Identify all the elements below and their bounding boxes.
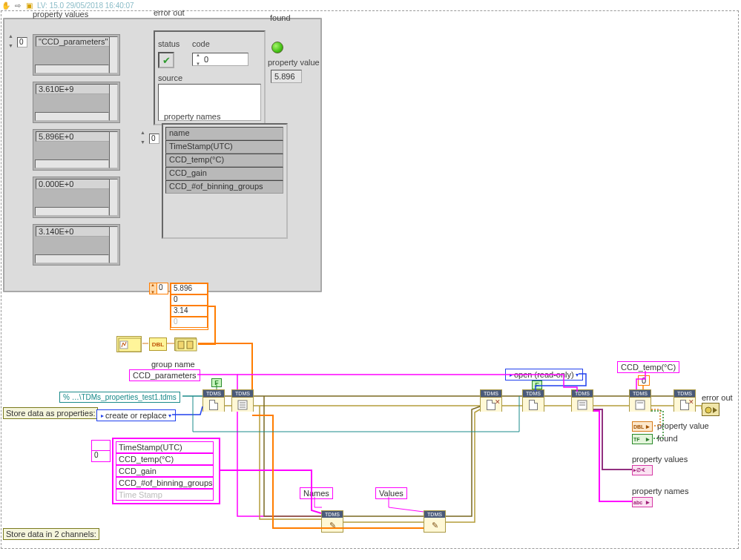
svg-rect-12 (636, 401, 645, 409)
property-values-index[interactable]: 0 (8, 34, 29, 49)
tdms-write-values-node[interactable]: TDMS✎ (424, 510, 446, 533)
list-item: CCD_#of_binning_groups (165, 180, 283, 194)
lv-version-timestamp: LV: 15.0 29/05/2018 16:40:07 (37, 1, 134, 10)
run-arrow-icon[interactable]: ⇨ (13, 1, 22, 10)
property-values-index-value[interactable]: 0 (17, 37, 27, 47)
property-names-array[interactable]: name TimeStamp(UTC) CCD_temp(°C) CCD_gai… (162, 123, 288, 239)
numeric-array-index[interactable]: 0 (149, 283, 168, 294)
list-item: CCD_temp(°C) (116, 453, 214, 465)
spinner-icon[interactable] (8, 34, 16, 47)
file-path-const[interactable]: % …\TDMs_properties_test1.tdms (59, 392, 180, 403)
status-label: status (158, 39, 180, 48)
tdms-set-properties-node[interactable]: TDMS (231, 389, 254, 412)
svg-point-14 (705, 407, 711, 413)
group-name-label: group name (151, 360, 195, 369)
found-led (271, 42, 283, 53)
error-code-indicator: 0 (192, 53, 248, 66)
array-cell: 3.140E+0 (33, 224, 120, 266)
property-names-label: property names (164, 112, 220, 121)
property-value-label: property value (268, 58, 320, 67)
string-array-const[interactable]: TimeStamp(UTC) CCD_temp(°C) CCD_gain CCD… (112, 438, 220, 504)
highlight-exec-icon[interactable]: ▣ (24, 1, 34, 10)
error-out-cluster: status ✔ code 0 source (154, 30, 266, 125)
list-item: CCD_gain (116, 465, 214, 477)
array-cell: 5.896E+0 (33, 129, 120, 171)
found-term-label: found (657, 434, 678, 443)
list-item: CCD_temp(°C) (165, 154, 283, 167)
code-label: code (192, 39, 210, 48)
tdms-write-names-node[interactable]: TDMS✎ (321, 510, 343, 533)
property-names-terminal[interactable]: abc▸ (632, 497, 653, 507)
property-value-indicator: 5.896 (271, 70, 302, 83)
property-names-index[interactable]: 0 (140, 131, 161, 145)
tdms-open-ro-node[interactable]: TDMS (522, 389, 544, 412)
store-in-2-channels-label: Store data in 2 channels: (3, 528, 99, 540)
property-value-term-label: property value (657, 421, 709, 430)
error-out-label: error out (154, 8, 185, 17)
array-empty-cell: 0 (171, 317, 208, 328)
list-item: CCD_#of_binning_groups (116, 477, 214, 489)
status-indicator: ✔ (158, 52, 174, 68)
list-item: TimeStamp(UTC) (116, 441, 214, 453)
property-values-terminal[interactable]: ▸∅∢ (632, 465, 653, 475)
numeric-array-const[interactable]: 5.896 0 3.14 0 (170, 283, 208, 330)
group-name-const[interactable]: CCD_parameters (129, 369, 200, 381)
error-out-term-label: error out (702, 393, 733, 402)
svg-rect-4 (187, 341, 193, 349)
svg-rect-3 (178, 341, 184, 349)
error-out-terminal[interactable] (702, 403, 719, 416)
tdms-get-properties-node[interactable]: TDMS (571, 389, 593, 412)
tdms-close-2-node[interactable]: TDMS✕ (674, 389, 696, 412)
boolean-false-const[interactable]: F (532, 381, 542, 389)
pencil-icon: ✎ (432, 521, 438, 530)
operation-ring-open-readonly[interactable]: ▸open (read-only)▾ (505, 369, 583, 381)
toolbar: ✋ ⇨ ▣ LV: 15.0 29/05/2018 16:40:07 (0, 0, 134, 10)
source-label: source (158, 73, 182, 82)
ccd-temp-const[interactable]: CCD_temp(°C) (617, 361, 679, 373)
found-terminal[interactable]: TF▸ (632, 434, 653, 444)
list-item: CCD_gain (165, 167, 283, 180)
property-names-index-value[interactable]: 0 (149, 134, 159, 144)
array-cell: 3.610E+9 (33, 82, 120, 123)
spinner-icon[interactable] (140, 131, 148, 144)
operation-ring-create-replace[interactable]: ▸create or replace▾ (96, 409, 176, 421)
property-value-terminal[interactable]: DBL▸ (632, 421, 653, 432)
property-values-array[interactable]: "CCD_parameters" 3.610E+9 5.896E+0 0.000… (33, 34, 135, 286)
variant-to-data-node[interactable] (174, 337, 197, 351)
zero-const[interactable]: 0 (638, 375, 650, 386)
string-array-index[interactable]: 0 (91, 440, 111, 462)
spinner-icon (196, 54, 203, 65)
list-item: name (165, 127, 283, 140)
property-values-term-label: property values (632, 455, 688, 464)
tdms-close-node[interactable]: TDMS✕ (480, 389, 502, 412)
hand-tool-icon[interactable]: ✋ (1, 1, 10, 10)
values-label-box: Values (375, 487, 407, 499)
list-item: TimeStamp(UTC) (165, 140, 283, 154)
array-cell: 0.000E+0 (33, 177, 120, 218)
property-values-label: property values (33, 10, 88, 19)
property-names-term-label: property names (632, 487, 688, 495)
checkmark-icon: ✔ (162, 55, 171, 66)
build-waveform-node[interactable] (116, 336, 142, 352)
found-label: found (270, 13, 291, 22)
boolean-false-const[interactable]: F (211, 378, 222, 387)
tdms-get-properties-2-node[interactable]: TDMS (629, 389, 651, 412)
front-panel-preview: property values 0 "CCD_parameters" 3.610… (3, 18, 322, 292)
store-as-properties-label: Store data as properties: (3, 407, 98, 419)
tdms-open-node[interactable]: TDMS (202, 389, 225, 412)
to-dbl-node[interactable]: DBL (149, 337, 167, 351)
list-item: Time Stamp (116, 489, 214, 501)
names-label-box: Names (300, 487, 333, 499)
pencil-icon: ✎ (329, 521, 336, 530)
array-cell: "CCD_parameters" (33, 34, 120, 76)
